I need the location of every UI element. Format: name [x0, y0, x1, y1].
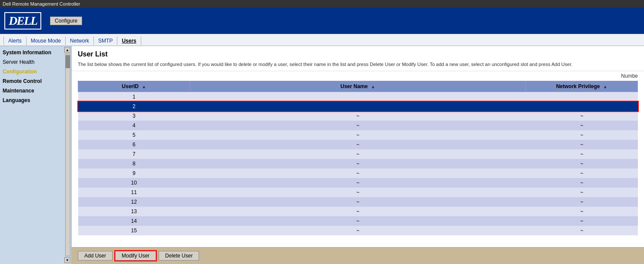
cell-privilege: ~	[526, 130, 638, 140]
page-title: User List	[78, 50, 638, 58]
cell-username: ~	[190, 168, 526, 178]
cell-privilege: ~	[526, 216, 638, 226]
cell-userid: 7	[78, 149, 190, 159]
cell-userid: 9	[78, 168, 190, 178]
cell-privilege: ~	[526, 188, 638, 197]
table-header-row: UserID ▲ User Name ▲ Network Privilege ▲	[78, 81, 638, 92]
table-row[interactable]: 1	[78, 92, 638, 102]
table-row[interactable]: 9~~	[78, 168, 638, 178]
sidebar-item-system-information[interactable]: System Information	[0, 48, 71, 57]
cell-userid: 4	[78, 121, 190, 130]
user-table-container: UserID ▲ User Name ▲ Network Privilege ▲	[72, 81, 644, 248]
sidebar-item-languages[interactable]: Languages	[0, 96, 71, 105]
cell-username: ~	[190, 207, 526, 216]
table-row[interactable]: 3~~	[78, 111, 638, 121]
sidebar-scrollbar	[65, 54, 70, 256]
cell-username: ~	[190, 188, 526, 197]
username-sort-icon: ▲	[371, 84, 375, 89]
cell-userid: 15	[78, 226, 190, 235]
cell-username: ~	[190, 178, 526, 188]
cell-userid: 12	[78, 197, 190, 207]
configure-button[interactable]: Configure	[50, 16, 82, 25]
sidebar-item-server-health[interactable]: Server Health	[0, 57, 71, 67]
cell-username: ~	[190, 197, 526, 207]
user-table-body: 123~~4~~5~~6~~7~~8~~9~~10~~11~~12~~13~~1…	[78, 92, 638, 235]
col-header-privilege[interactable]: Network Privilege ▲	[526, 81, 638, 92]
nav-tab-network[interactable]: Network	[66, 36, 94, 45]
cell-username: ~	[190, 121, 526, 130]
cell-username: ~	[190, 159, 526, 168]
sidebar-scrollbar-thumb	[66, 55, 70, 68]
sidebar-scroll-up[interactable]: ▲	[64, 47, 70, 53]
delete-user-button[interactable]: Delete User	[159, 251, 199, 261]
cell-privilege: ~	[526, 178, 638, 188]
add-user-button[interactable]: Add User	[78, 251, 113, 261]
sidebar: ▲ System InformationServer HealthConfigu…	[0, 46, 72, 264]
cell-privilege: ~	[526, 226, 638, 235]
table-row[interactable]: 6~~	[78, 140, 638, 149]
dell-logo: DELL	[4, 12, 41, 30]
cell-userid: 2	[78, 102, 190, 111]
table-row[interactable]: 15~~	[78, 226, 638, 235]
userid-sort-icon: ▲	[142, 84, 146, 89]
cell-userid: 13	[78, 207, 190, 216]
number-label: Numbe	[72, 71, 644, 81]
sidebar-item-remote-control[interactable]: Remote Control	[0, 76, 71, 86]
nav-tab-alerts[interactable]: Alerts	[3, 36, 27, 45]
table-row[interactable]: 10~~	[78, 178, 638, 188]
cell-privilege	[526, 92, 638, 102]
cell-username	[190, 102, 526, 111]
cell-username: ~	[190, 216, 526, 226]
col-username-label: User Name	[341, 83, 368, 89]
nav-tabs: AlertsMouse ModeNetworkSMTPUsers	[0, 34, 644, 46]
sidebar-scroll-down[interactable]: ▼	[64, 257, 70, 263]
main-layout: ▲ System InformationServer HealthConfigu…	[0, 46, 644, 264]
table-row[interactable]: 14~~	[78, 216, 638, 226]
nav-tab-users[interactable]: Users	[117, 36, 141, 45]
sidebar-item-maintenance[interactable]: Maintenance	[0, 86, 71, 96]
cell-privilege: ~	[526, 149, 638, 159]
col-userid-label: UserID	[122, 83, 139, 89]
table-row[interactable]: 5~~	[78, 130, 638, 140]
cell-userid: 5	[78, 130, 190, 140]
privilege-sort-icon: ▲	[603, 84, 607, 89]
col-header-username[interactable]: User Name ▲	[190, 81, 526, 92]
title-text: Dell Remote Management Controller	[3, 1, 80, 7]
cell-username: ~	[190, 149, 526, 159]
title-bar: Dell Remote Management Controller	[0, 0, 644, 8]
table-row[interactable]: 11~~	[78, 188, 638, 197]
cell-userid: 1	[78, 92, 190, 102]
user-table: UserID ▲ User Name ▲ Network Privilege ▲	[78, 81, 638, 235]
table-row[interactable]: 2	[78, 102, 638, 111]
cell-userid: 11	[78, 188, 190, 197]
page-description: The list below shows the current list of…	[78, 61, 638, 68]
content-area: User List The list below shows the curre…	[72, 46, 644, 264]
header: DELL Configure	[0, 8, 644, 34]
nav-tab-mouse-mode[interactable]: Mouse Mode	[27, 36, 66, 45]
page-header: User List The list below shows the curre…	[72, 46, 644, 71]
cell-userid: 3	[78, 111, 190, 121]
cell-userid: 8	[78, 159, 190, 168]
cell-userid: 14	[78, 216, 190, 226]
cell-username: ~	[190, 140, 526, 149]
cell-userid: 10	[78, 178, 190, 188]
cell-username: ~	[190, 111, 526, 121]
cell-privilege: ~	[526, 121, 638, 130]
sidebar-item-configuration[interactable]: Configuration	[0, 67, 71, 76]
cell-privilege: ~	[526, 140, 638, 149]
table-row[interactable]: 8~~	[78, 159, 638, 168]
col-privilege-label: Network Privilege	[556, 83, 600, 89]
table-row[interactable]: 4~~	[78, 121, 638, 130]
table-row[interactable]: 13~~	[78, 207, 638, 216]
cell-privilege: ~	[526, 207, 638, 216]
cell-username: ~	[190, 130, 526, 140]
cell-privilege: ~	[526, 197, 638, 207]
table-row[interactable]: 7~~	[78, 149, 638, 159]
nav-tab-smtp[interactable]: SMTP	[94, 36, 117, 45]
modify-user-button[interactable]: Modify User	[115, 251, 156, 261]
cell-username	[190, 92, 526, 102]
cell-privilege	[526, 102, 638, 111]
cell-privilege: ~	[526, 168, 638, 178]
table-row[interactable]: 12~~	[78, 197, 638, 207]
col-header-userid[interactable]: UserID ▲	[78, 81, 190, 92]
